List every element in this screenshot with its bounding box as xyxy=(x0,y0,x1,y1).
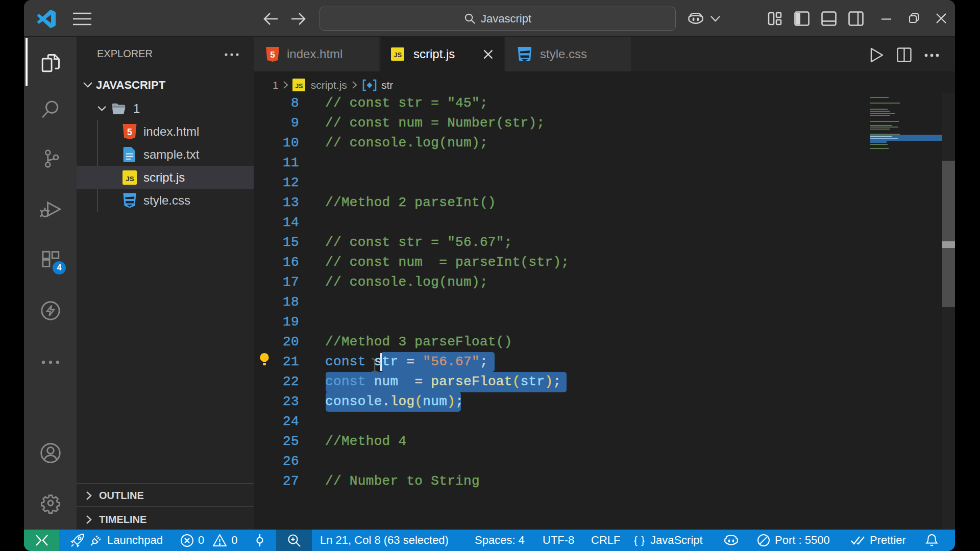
svg-text:JS: JS xyxy=(295,83,303,90)
svg-text:JS: JS xyxy=(394,52,402,59)
svg-text:5: 5 xyxy=(127,127,132,137)
svg-text:5: 5 xyxy=(270,50,275,60)
svg-text:JS: JS xyxy=(126,174,134,182)
